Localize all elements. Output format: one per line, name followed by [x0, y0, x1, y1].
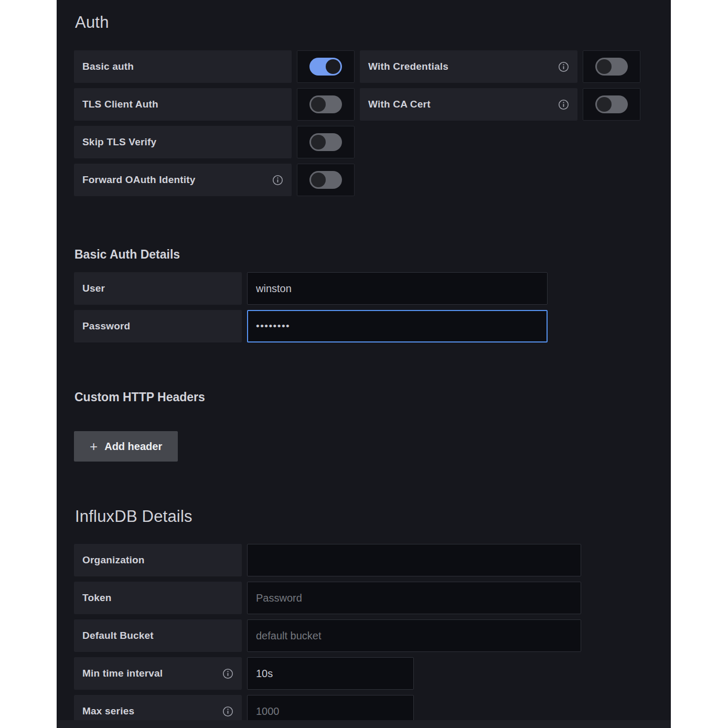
settings-panel: Auth Basic auth TLS Client Auth — [57, 0, 671, 728]
min-time-interval-row: Min time interval — [74, 657, 671, 690]
password-label-text: Password — [82, 320, 130, 332]
forward-oauth-label: Forward OAuth Identity — [74, 164, 292, 196]
basic-auth-label: Basic auth — [74, 50, 292, 83]
tls-client-auth-label-text: TLS Client Auth — [82, 99, 158, 110]
auth-toggle-grid: Basic auth TLS Client Auth — [74, 50, 671, 196]
skip-tls-verify-row: Skip TLS Verify — [74, 126, 355, 158]
default-bucket-row: Default Bucket — [74, 619, 671, 652]
datasource-settings-page: Auth Basic auth TLS Client Auth — [0, 0, 728, 728]
user-row: User — [74, 272, 671, 305]
max-series-label-text: Max series — [82, 705, 134, 717]
toggle-pill — [595, 95, 628, 113]
toggle-knob — [311, 173, 326, 187]
tls-client-auth-toggle[interactable] — [297, 88, 355, 121]
toggle-pill — [309, 133, 342, 151]
plus-icon: + — [90, 440, 98, 453]
default-bucket-label-text: Default Bucket — [82, 630, 154, 641]
default-bucket-input[interactable] — [247, 619, 581, 652]
forward-oauth-toggle[interactable] — [297, 164, 355, 196]
toggle-pill — [309, 58, 342, 76]
min-time-interval-label: Min time interval — [74, 657, 242, 690]
add-header-button[interactable]: + Add header — [74, 431, 178, 462]
toggle-knob — [311, 97, 326, 112]
with-credentials-row: With Credentials — [360, 50, 640, 83]
user-label: User — [74, 272, 242, 305]
token-input[interactable] — [247, 582, 581, 614]
token-row: Token — [74, 582, 671, 614]
tls-client-auth-label: TLS Client Auth — [74, 88, 292, 121]
toggle-knob — [326, 59, 340, 74]
toggle-pill — [309, 171, 342, 189]
basic-auth-label-text: Basic auth — [82, 61, 134, 72]
info-icon[interactable] — [558, 61, 569, 72]
basic-auth-row: Basic auth — [74, 50, 355, 83]
custom-http-headers-title: Custom HTTP Headers — [74, 389, 671, 405]
toggle-pill — [309, 95, 342, 113]
user-input[interactable] — [247, 272, 548, 305]
with-ca-cert-label: With CA Cert — [360, 88, 577, 121]
skip-tls-verify-label-text: Skip TLS Verify — [82, 136, 156, 148]
skip-tls-verify-label: Skip TLS Verify — [74, 126, 292, 158]
token-label-text: Token — [82, 592, 112, 604]
toggle-pill — [595, 58, 628, 76]
info-icon[interactable] — [222, 706, 233, 717]
toggle-knob — [597, 97, 612, 112]
with-ca-cert-toggle[interactable] — [583, 88, 640, 121]
with-ca-cert-row: With CA Cert — [360, 88, 640, 121]
min-time-interval-label-text: Min time interval — [82, 668, 163, 679]
basic-auth-details-title: Basic Auth Details — [74, 247, 671, 262]
organization-label-text: Organization — [82, 554, 145, 566]
with-credentials-label-text: With Credentials — [368, 61, 448, 72]
bottom-band — [57, 720, 671, 728]
influxdb-details-title: InfluxDB Details — [75, 507, 671, 526]
organization-label: Organization — [74, 544, 242, 576]
forward-oauth-label-text: Forward OAuth Identity — [82, 174, 196, 186]
password-label: Password — [74, 310, 242, 342]
organization-row: Organization — [74, 544, 671, 576]
token-label: Token — [74, 582, 242, 614]
toggle-knob — [597, 59, 612, 74]
auth-section-title: Auth — [75, 13, 671, 31]
with-credentials-toggle[interactable] — [583, 50, 640, 83]
tls-client-auth-row: TLS Client Auth — [74, 88, 355, 121]
info-icon[interactable] — [272, 175, 283, 186]
influxdb-details-rows: Organization Token Default Bucket Min ti… — [74, 544, 671, 727]
default-bucket-label: Default Bucket — [74, 619, 242, 652]
info-icon[interactable] — [558, 99, 569, 110]
auth-left-column: Basic auth TLS Client Auth — [74, 50, 355, 196]
basic-auth-details-rows: User Password — [74, 272, 671, 342]
user-label-text: User — [82, 283, 105, 294]
toggle-knob — [311, 135, 326, 149]
auth-right-column: With Credentials With CA Cert — [360, 50, 640, 196]
forward-oauth-row: Forward OAuth Identity — [74, 164, 355, 196]
min-time-interval-input[interactable] — [247, 657, 414, 690]
with-credentials-label: With Credentials — [360, 50, 577, 83]
skip-tls-verify-toggle[interactable] — [297, 126, 355, 158]
password-input[interactable] — [247, 310, 548, 342]
organization-input[interactable] — [247, 544, 581, 576]
basic-auth-toggle[interactable] — [297, 50, 355, 83]
add-header-button-label: Add header — [104, 441, 162, 453]
info-icon[interactable] — [222, 668, 233, 679]
with-ca-cert-label-text: With CA Cert — [368, 99, 431, 110]
password-row: Password — [74, 310, 671, 342]
